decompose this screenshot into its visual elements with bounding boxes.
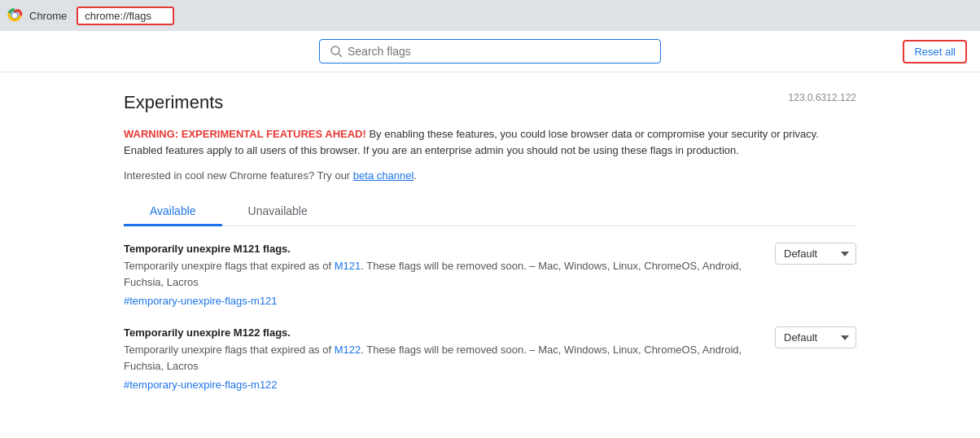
interest-text: Interested in cool new Chrome features? …	[124, 169, 353, 182]
tabs-bar: Available Unavailable	[124, 198, 856, 226]
search-box[interactable]	[319, 39, 661, 64]
flag-row-m122: Temporarily unexpire M122 flags. Tempora…	[124, 326, 856, 391]
flag-select-m122[interactable]: Default Enabled Disabled	[775, 326, 856, 348]
flag-desc-before-m121: Temporarily unexpire flags that expired …	[124, 260, 335, 272]
main-content: Experiments 123.0.6312.122 WARNING: EXPE…	[0, 72, 980, 438]
version-text: 123.0.6312.122	[789, 92, 856, 103]
search-input[interactable]	[348, 45, 650, 58]
chrome-label: Chrome	[29, 10, 67, 22]
flag-select-wrap-m122: Default Enabled Disabled	[775, 326, 856, 348]
interest-line: Interested in cool new Chrome features? …	[124, 169, 856, 182]
flag-title-m122: Temporarily unexpire M122 flags.	[124, 326, 755, 339]
flag-link-m122[interactable]: #temporary-unexpire-flags-m122	[124, 379, 278, 391]
chrome-logo-icon	[7, 7, 23, 24]
svg-point-1	[12, 13, 17, 18]
flag-milestone-m122[interactable]: M122	[335, 344, 361, 356]
flag-item-m122: Temporarily unexpire M122 flags. Tempora…	[124, 326, 856, 391]
search-icon	[330, 45, 343, 58]
flag-milestone-m121[interactable]: M121	[335, 260, 361, 272]
flag-desc-m122: Temporarily unexpire flags that expired …	[124, 342, 755, 374]
beta-channel-link[interactable]: beta channel	[353, 169, 413, 182]
warning-box: WARNING: EXPERIMENTAL FEATURES AHEAD! By…	[124, 126, 856, 158]
page-title: Experiments	[124, 92, 223, 113]
flag-desc-before-m122: Temporarily unexpire flags that expired …	[124, 344, 335, 356]
tab-available[interactable]: Available	[124, 198, 222, 226]
content-wrapper: Experiments 123.0.6312.122 WARNING: EXPE…	[124, 92, 856, 391]
svg-line-3	[339, 54, 342, 57]
browser-top-bar: Chrome chrome://flags	[0, 0, 980, 31]
flag-desc-m121: Temporarily unexpire flags that expired …	[124, 258, 755, 290]
toolbar-wrapper: Reset all	[0, 31, 980, 72]
flag-title-m121: Temporarily unexpire M121 flags.	[124, 243, 755, 255]
flag-info-m121: Temporarily unexpire M121 flags. Tempora…	[124, 243, 755, 307]
interest-end: .	[413, 169, 417, 182]
address-value: chrome://flags	[85, 10, 151, 22]
experiments-header: Experiments 123.0.6312.122	[124, 92, 856, 113]
toolbar: Reset all	[0, 31, 980, 72]
flag-select-wrap-m121: Default Enabled Disabled	[775, 243, 856, 265]
flag-row-m121: Temporarily unexpire M121 flags. Tempora…	[124, 243, 856, 307]
address-bar[interactable]: chrome://flags	[77, 7, 174, 25]
tab-unavailable[interactable]: Unavailable	[222, 198, 334, 226]
flag-select-m121[interactable]: Default Enabled Disabled	[775, 243, 856, 265]
svg-point-2	[331, 46, 339, 55]
flag-item-m121: Temporarily unexpire M121 flags. Tempora…	[124, 243, 856, 307]
warning-label: WARNING: EXPERIMENTAL FEATURES AHEAD!	[124, 128, 366, 140]
flag-info-m122: Temporarily unexpire M122 flags. Tempora…	[124, 326, 755, 391]
flag-link-m121[interactable]: #temporary-unexpire-flags-m121	[124, 295, 278, 307]
reset-all-button[interactable]: Reset all	[903, 40, 967, 64]
